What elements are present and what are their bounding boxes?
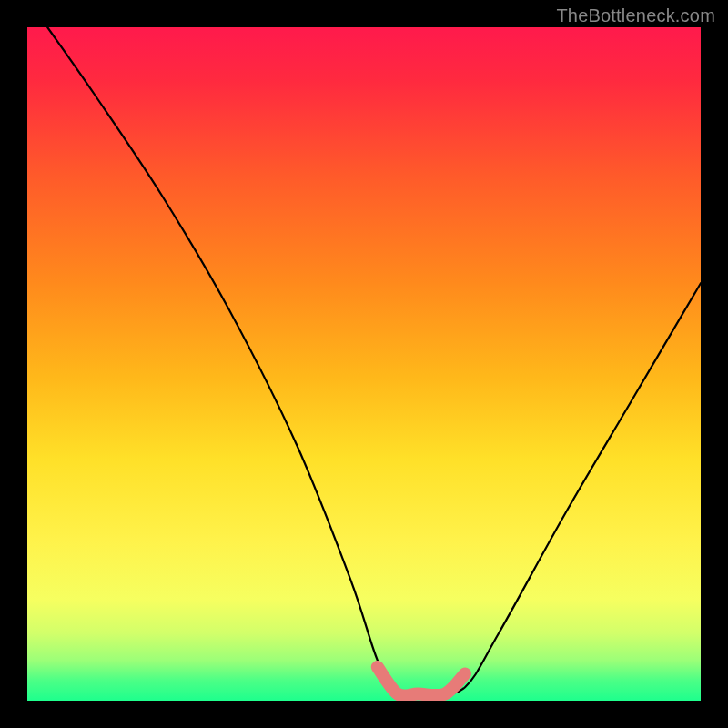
curve-svg bbox=[27, 27, 701, 701]
trough-highlight-path bbox=[378, 667, 465, 696]
watermark-text: TheBottleneck.com bbox=[556, 5, 715, 26]
chart-frame: TheBottleneck.com bbox=[0, 0, 728, 728]
plot-area bbox=[27, 27, 701, 701]
main-curve-path bbox=[47, 27, 701, 697]
